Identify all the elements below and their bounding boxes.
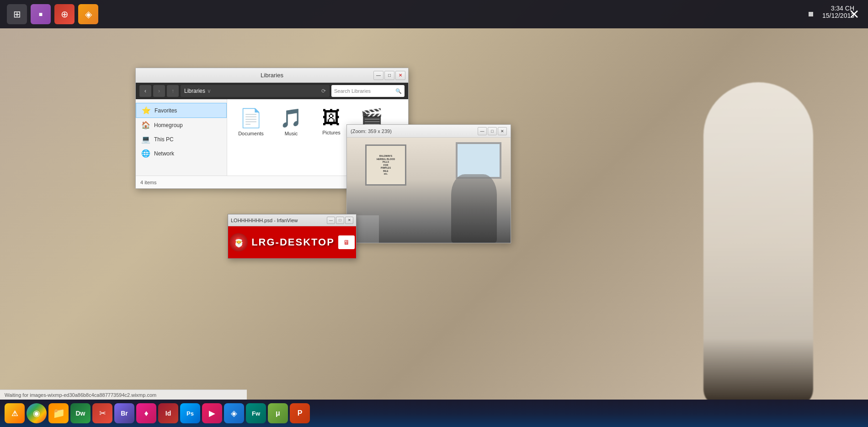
sidebar-item-thispc[interactable]: 💻 This PC [136, 132, 227, 146]
irfanview-minimize-button[interactable]: — [327, 217, 335, 224]
nav-path[interactable]: Libraries ∨ ⟳ [181, 85, 330, 97]
sidebar-item-favorites[interactable]: ⭐ Favorites [136, 103, 227, 118]
nav-path-chevron-icon: ∨ [207, 88, 211, 94]
irfanview-titlebar: LOHHHHHHH.psd - IrfanView — □ ✕ [228, 214, 356, 226]
documents-label: Documents [238, 131, 264, 136]
libraries-nav-bar: ‹ › ↑ Libraries ∨ ⟳ Search Libraries 🔍 [136, 83, 408, 99]
sidebar-item-thispc-label: This PC [154, 136, 174, 143]
nav-search-placeholder: Search Libraries [334, 88, 394, 94]
logo-monitor-icon: 🖥 [338, 235, 355, 249]
status-bar-text: Waiting for images-wixmp-ed30a86b8c4ca88… [5, 392, 156, 398]
woman-silhouette [451, 174, 497, 243]
irfanview-content-area: 🎅 LRG-DESKTOP 🖥 [228, 226, 356, 258]
library-item-pictures[interactable]: 🖼 Pictures [313, 105, 350, 139]
taskbar-icon-chrome[interactable]: ◉ [27, 403, 47, 423]
zoom-titlebar: (Zoom: 359 x 239) — □ ✕ [347, 125, 511, 138]
nav-search-icon: 🔍 [395, 88, 402, 94]
libraries-maximize-button[interactable]: □ [384, 71, 394, 80]
taskbar-icon-id[interactable]: Id [158, 403, 178, 423]
favorites-icon: ⭐ [142, 106, 151, 115]
logo-circle-icon: 🎅 [229, 233, 248, 251]
purple-app-icon[interactable]: ■ [31, 4, 51, 24]
nav-path-text: Libraries [184, 88, 205, 94]
sidebar-item-homegroup-label: Homegroup [154, 122, 183, 128]
irfanview-window-controls: — □ ✕ [327, 217, 353, 224]
indicator-dot [809, 12, 813, 16]
zoom-content-area: BALDWIN'SHERBAL BLOODPILLSFORPIMPLESBILE… [347, 138, 511, 243]
zoom-close-button[interactable]: ✕ [498, 127, 507, 135]
thispc-icon: 💻 [141, 135, 150, 144]
library-item-documents[interactable]: 📄 Documents [233, 105, 269, 139]
library-item-music[interactable]: 🎵 Music [273, 105, 309, 139]
taskbar-icon-fw[interactable]: Fw [246, 403, 266, 423]
documents-icon: 📄 [240, 107, 262, 129]
libraries-minimize-button[interactable]: — [373, 71, 383, 80]
taskbar-icon-av[interactable]: ⚠ [5, 403, 25, 423]
sidebar-item-network-label: Network [154, 150, 174, 157]
taskbar-icon-red[interactable]: ✂ [92, 403, 112, 423]
irfanview-close-button[interactable]: ✕ [345, 217, 353, 224]
taskbar-icon-torrent[interactable]: μ [268, 403, 288, 423]
zoom-minimize-button[interactable]: — [478, 127, 487, 135]
desktop-logo: 🎅 LRG-DESKTOP 🖥 [229, 233, 355, 251]
zoom-photo-scene: BALDWIN'SHERBAL BLOODPILLSFORPIMPLESBILE… [347, 138, 511, 243]
topbar: ⊞ ■ ⊕ ◈ 3:34 CH 15/12/2013 ✕ [0, 0, 868, 28]
nav-search-box[interactable]: Search Libraries 🔍 [331, 85, 405, 97]
libraries-titlebar: Libraries — □ ✕ [136, 68, 408, 83]
nav-forward-button[interactable]: › [153, 85, 165, 97]
nav-up-button[interactable]: ↑ [167, 85, 179, 97]
taskbar-icon-ppt[interactable]: P [290, 403, 310, 423]
pictures-icon: 🖼 [322, 107, 341, 128]
libraries-sidebar: ⭐ Favorites 🏠 Homegroup 💻 This PC 🌐 Netw… [136, 99, 227, 188]
nav-refresh-button[interactable]: ⟳ [321, 88, 326, 94]
zoom-window: (Zoom: 359 x 239) — □ ✕ BALDWIN'SHERBAL … [346, 124, 511, 243]
network-icon: 🌐 [141, 149, 150, 158]
irfanview-title: LOHHHHHHH.psd - IrfanView [231, 218, 298, 223]
taskbar-icon-pink[interactable]: ♦ [136, 403, 156, 423]
taskbar-icon-dw[interactable]: Dw [70, 403, 91, 423]
sidebar-item-favorites-label: Favorites [154, 107, 177, 114]
sidebar-item-homegroup[interactable]: 🏠 Homegroup [136, 118, 227, 132]
window-in-photo [456, 142, 501, 179]
homegroup-icon: 🏠 [141, 121, 150, 129]
herbal-sign: BALDWIN'SHERBAL BLOODPILLSFORPIMPLESBILE… [365, 144, 406, 186]
taskbar: ⚠ ◉ 📁 Dw ✂ Br ♦ Id Ps ▶ ◈ Fw μ P [0, 400, 868, 427]
libraries-window-controls: — □ ✕ [373, 71, 405, 80]
zoom-window-controls: — □ ✕ [478, 127, 507, 135]
irfanview-maximize-button[interactable]: □ [336, 217, 344, 224]
taskbar-icon-media[interactable]: ▶ [202, 403, 222, 423]
zoom-maximize-button[interactable]: □ [488, 127, 497, 135]
grid-icon[interactable]: ⊞ [7, 4, 27, 24]
zoom-title: (Zoom: 359 x 239) [351, 128, 392, 134]
sidebar-item-network[interactable]: 🌐 Network [136, 146, 227, 160]
red-app-icon[interactable]: ⊕ [54, 4, 75, 24]
music-label: Music [285, 131, 298, 136]
nav-back-button[interactable]: ‹ [139, 85, 151, 97]
libraries-title: Libraries [261, 72, 283, 79]
yellow-app-icon[interactable]: ◈ [78, 4, 98, 24]
logo-text: LRG-DESKTOP [251, 236, 335, 248]
taskbar-icon-folder[interactable]: 📁 [48, 403, 69, 423]
irfanview-window: LOHHHHHHH.psd - IrfanView — □ ✕ 🎅 LRG-DE… [228, 214, 357, 259]
herbal-sign-text: BALDWIN'SHERBAL BLOODPILLSFORPIMPLESBILE… [377, 155, 395, 176]
music-icon: 🎵 [280, 107, 303, 129]
taskbar-icon-blue[interactable]: ◈ [224, 403, 244, 423]
browser-status-bar: Waiting for images-wixmp-ed30a86b8c4ca88… [0, 390, 247, 400]
pictures-label: Pictures [322, 130, 341, 135]
taskbar-icon-br[interactable]: Br [114, 403, 134, 423]
libraries-close-button[interactable]: ✕ [395, 71, 405, 80]
close-button[interactable]: ✕ [840, 0, 868, 28]
libraries-item-count: 4 items [140, 180, 156, 185]
taskbar-icon-ps[interactable]: Ps [180, 403, 200, 423]
